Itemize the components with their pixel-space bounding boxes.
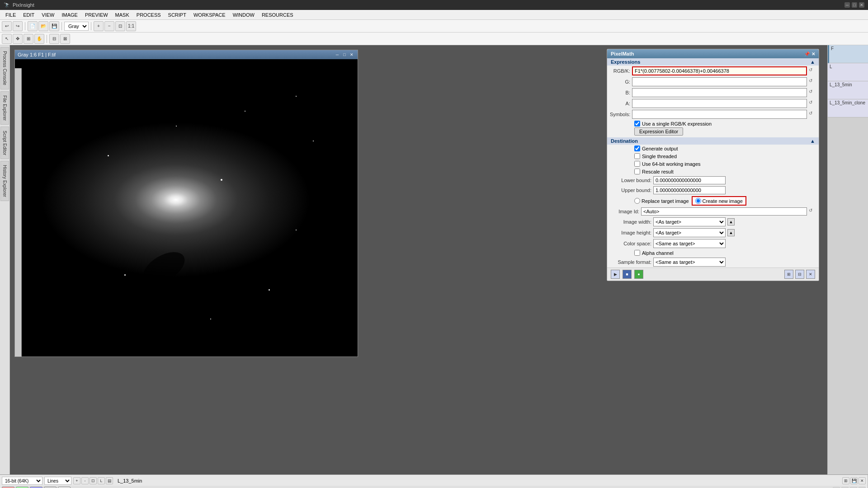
menu-resources[interactable]: RESOURCES	[258, 11, 297, 19]
rgb-expression-row: RGB/K: ↺	[607, 66, 819, 76]
hist-options[interactable]: ▤	[106, 477, 113, 484]
menu-view[interactable]: VIEW	[38, 11, 58, 19]
single-threaded-checkbox[interactable]	[634, 153, 640, 159]
view-standard[interactable]: ⊟	[49, 34, 59, 44]
save-button[interactable]: ■	[623, 270, 632, 279]
sidebar-script-editor[interactable]: Script Editor	[0, 127, 9, 159]
view-preview[interactable]: ⊠	[60, 34, 70, 44]
menu-window[interactable]: WINDOW	[229, 11, 258, 19]
symbols-input[interactable]	[632, 110, 807, 119]
menu-image[interactable]: IMAGE	[58, 11, 81, 19]
image-id-reset[interactable]: ↺	[809, 208, 816, 215]
hist-log[interactable]: L	[98, 477, 105, 484]
image-height-spin-up[interactable]: ▲	[727, 229, 735, 236]
g-reset-button[interactable]: ↺	[809, 78, 816, 85]
save-button[interactable]: 💾	[49, 21, 59, 31]
lower-bound-input[interactable]	[653, 176, 726, 184]
image-id-input[interactable]	[641, 207, 807, 216]
b-expression-input[interactable]	[632, 88, 807, 97]
close-pm-button[interactable]: ✕	[806, 270, 815, 279]
image-maximize-button[interactable]: □	[341, 52, 348, 58]
sidebar-file-explorer[interactable]: File Explorer	[0, 91, 9, 125]
sidebar-history-explorer[interactable]: History Explorer	[0, 161, 9, 201]
b-reset-button[interactable]: ↺	[809, 89, 816, 96]
panel-F[interactable]: F	[828, 45, 868, 63]
menu-process[interactable]: PROCESS	[133, 11, 165, 19]
pixelmath-close-button[interactable]: ✕	[811, 52, 815, 56]
color-space-select[interactable]: <Same as target>	[653, 239, 726, 248]
maximize-button[interactable]: □	[852, 2, 857, 8]
display-mode-select[interactable]: Lines	[44, 477, 71, 485]
hist-save[interactable]: 💾	[850, 477, 858, 484]
zoom-in-button[interactable]: +	[94, 21, 104, 31]
menu-script[interactable]: SCRIPT	[165, 11, 190, 19]
a-reset-button[interactable]: ↺	[809, 100, 816, 107]
bit-depth-select[interactable]: 16-bit (64K)	[2, 477, 42, 485]
image-close-button[interactable]: ✕	[349, 52, 355, 58]
expression-editor-button[interactable]: Expression Editor	[634, 127, 683, 136]
histogram-panel: 16-bit (64K) Lines + - ⊡ L ▤ L_13_5min ⊞…	[0, 475, 868, 488]
copy-button[interactable]: ⊟	[795, 270, 804, 279]
close-button[interactable]: ✕	[859, 2, 864, 8]
minimize-button[interactable]: ─	[844, 2, 850, 8]
sample-format-select[interactable]: <Same as target>	[653, 258, 726, 267]
expressions-collapse-arrow[interactable]: ▲	[810, 59, 815, 65]
destination-collapse-arrow[interactable]: ▲	[810, 138, 815, 144]
upper-bound-input[interactable]	[653, 186, 726, 194]
use-single-expression-checkbox[interactable]	[634, 121, 640, 127]
left-sidebar: Process Console File Explorer Script Edi…	[0, 45, 10, 474]
create-new-image-radio[interactable]	[695, 198, 701, 204]
panel-L[interactable]: L	[828, 63, 868, 81]
new-button[interactable]: 📄	[28, 21, 38, 31]
color-mode-select[interactable]: Gray RGB	[64, 22, 89, 31]
hist-expand[interactable]: ⊞	[842, 477, 849, 484]
sidebar-process-console[interactable]: Process Console	[0, 47, 9, 89]
menu-preview[interactable]: PREVIEW	[81, 11, 112, 19]
apply-button[interactable]: ●	[634, 270, 643, 279]
pixelmath-pin-button[interactable]: 📌	[804, 52, 810, 56]
execute-button[interactable]: ▶	[611, 270, 620, 279]
menu-workspace[interactable]: WORKSPACE	[190, 11, 229, 19]
menu-file[interactable]: FILE	[2, 11, 19, 19]
single-threaded-row: Single threaded	[607, 152, 819, 160]
upper-bound-row: Upper bound:	[607, 185, 819, 195]
zoom-out-button[interactable]: −	[104, 21, 114, 31]
zoom-100-button[interactable]: 1:1	[126, 21, 136, 31]
a-expression-input[interactable]	[632, 99, 807, 108]
tool-pan[interactable]: ✋	[34, 34, 44, 44]
symbols-row: Symbols: ↺	[607, 109, 819, 120]
hist-zoom-out[interactable]: -	[81, 477, 89, 484]
alpha-channel-checkbox[interactable]	[634, 250, 640, 256]
symbols-reset-button[interactable]: ↺	[809, 111, 816, 118]
undo-button[interactable]: ↩	[2, 21, 12, 31]
redo-button[interactable]: ↪	[13, 21, 23, 31]
tool-move[interactable]: ✥	[13, 34, 23, 44]
rgb-expression-input[interactable]	[632, 66, 807, 75]
panel-F-label: F	[831, 46, 834, 51]
menu-mask[interactable]: MASK	[112, 11, 133, 19]
replace-target-radio[interactable]	[634, 198, 640, 204]
image-width-spin-up[interactable]: ▲	[727, 218, 735, 225]
use-64bit-checkbox[interactable]	[634, 161, 640, 167]
panel-L13-5min-clone[interactable]: L_13_5min_clone	[828, 99, 868, 117]
create-new-image-option[interactable]: Create new image	[692, 196, 746, 206]
menu-edit[interactable]: EDIT	[19, 11, 38, 19]
hist-zoom-in[interactable]: +	[73, 477, 80, 484]
alpha-channel-label: Alpha channel	[642, 250, 674, 256]
g-expression-input[interactable]	[632, 77, 807, 86]
replace-target-option[interactable]: Replace target image	[634, 198, 689, 204]
rescale-result-checkbox[interactable]	[634, 169, 640, 174]
rgb-reset-button[interactable]: ↺	[809, 67, 816, 75]
open-button[interactable]: 📂	[38, 21, 48, 31]
expand-button[interactable]: ⊞	[784, 270, 793, 279]
hist-fit[interactable]: ⊡	[90, 477, 97, 484]
hist-close[interactable]: ✕	[859, 477, 866, 484]
generate-output-checkbox[interactable]	[634, 145, 640, 151]
tool-crop[interactable]: ⊞	[24, 34, 33, 44]
panel-L13-5min[interactable]: L_13_5min	[828, 81, 868, 99]
image-width-select[interactable]: <As target>	[653, 217, 726, 226]
image-minimize-button[interactable]: ─	[334, 52, 340, 58]
image-height-select[interactable]: <As target>	[653, 228, 726, 237]
tool-select[interactable]: ↖	[2, 34, 12, 44]
fit-button[interactable]: ⊡	[115, 21, 125, 31]
